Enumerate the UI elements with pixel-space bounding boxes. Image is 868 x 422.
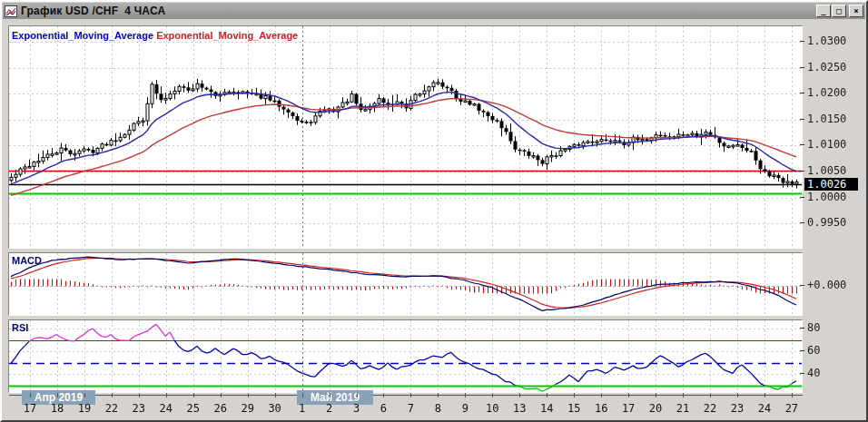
date-label: 23 [726,402,748,415]
date-label: 16 [590,402,612,415]
date-tick [166,393,167,397]
date-label: 14 [536,402,557,415]
date-label: 18 [46,402,68,415]
date-label: 7 [399,402,421,415]
price-axis-label: 1.0150 [800,113,846,125]
date-label: 26 [210,402,232,415]
date-tick [547,393,547,397]
ema-legend-blue: Exponential_Moving_Average [12,30,153,41]
date-tick [492,393,493,397]
rsi-axis-label: 80 [800,321,820,334]
rsi-axis-label: 60 [800,344,820,357]
rsi-label: RSI [12,322,28,333]
price-chart-panel [8,25,803,249]
date-label: 1 [291,402,313,415]
date-tick [302,393,303,397]
date-tick [383,393,384,397]
date-tick [438,393,439,397]
date-label: 2 [319,402,340,415]
macd-zero-label: +0.000 [800,279,846,291]
date-label: 23 [128,402,150,415]
date-label: 3 [346,402,368,415]
price-axis-label: 1.0100 [800,138,846,151]
date-label: 29 [237,402,259,415]
date-label: 25 [182,402,204,415]
date-tick [764,393,765,397]
date-label: 27 [781,402,803,415]
close-button[interactable]: × [849,5,863,17]
date-label: 13 [508,402,530,415]
date-tick [221,393,222,397]
maximize-button[interactable]: □ [832,5,846,17]
price-axis-label: 0.9950 [800,216,846,229]
date-label: 9 [454,402,476,415]
chart-app-icon [5,5,17,17]
price-axis-label: 1.0250 [800,61,846,74]
rsi-axis-label: 40 [800,367,820,379]
date-tick [410,393,411,397]
current-price-badge: 1.0026 [804,178,858,191]
date-tick [737,393,738,397]
date-tick [57,393,58,397]
date-label: 17 [19,402,41,415]
date-tick [330,393,330,397]
date-label: 6 [372,402,394,415]
date-label: 19 [74,402,95,415]
price-axis-label: 1.0000 [800,191,846,203]
ema-legend-red: Exponential_Moving_Average [156,30,298,41]
rsi-canvas[interactable] [9,320,802,392]
date-tick [710,393,711,397]
date-tick [357,393,358,397]
date-tick [792,393,793,397]
date-tick [139,393,140,397]
minimize-button[interactable]: _ [816,5,831,17]
price-axis-label: 1.0300 [800,34,846,47]
date-label: 24 [155,402,177,415]
macd-canvas[interactable] [9,253,802,315]
rsi-panel [8,319,803,393]
date-label: 21 [672,402,694,415]
date-label: 17 [617,402,639,415]
date-tick [193,393,194,397]
date-tick [30,393,31,397]
window-controls: _ □ × [815,5,863,17]
price-chart-canvas[interactable] [9,26,802,248]
date-label: 24 [754,402,775,415]
date-axis: Апр 2019 Май 2019 1718192223242526293012… [8,393,862,421]
date-label: 22 [699,402,721,415]
date-tick [275,393,276,397]
date-tick [628,393,629,397]
date-label: 10 [481,402,503,415]
price-axis-label: 1.0200 [800,86,846,99]
date-label: 20 [645,402,666,415]
date-tick [465,393,466,397]
macd-panel [8,252,803,316]
chart-window: График USD /CHF 4 ЧАСА _ □ × Exponential… [0,0,868,422]
date-tick [248,393,249,397]
date-tick [84,393,85,397]
date-tick [656,393,656,397]
date-tick [112,393,113,397]
title-bar[interactable]: График USD /CHF 4 ЧАСА _ □ × [3,3,865,19]
macd-label: MACD [12,255,42,266]
date-tick [601,393,602,397]
date-tick [683,393,684,397]
date-label: 15 [563,402,585,415]
date-label: 30 [264,402,286,415]
date-label: 8 [427,402,449,415]
indicator-legend: Exponential_Moving_Average Exponential_M… [12,30,298,41]
date-tick [574,393,575,397]
window-title: График USD /CHF 4 ЧАСА [21,5,165,17]
date-tick [519,393,520,397]
date-label: 22 [101,402,123,415]
price-axis-label: 1.0050 [800,164,846,177]
